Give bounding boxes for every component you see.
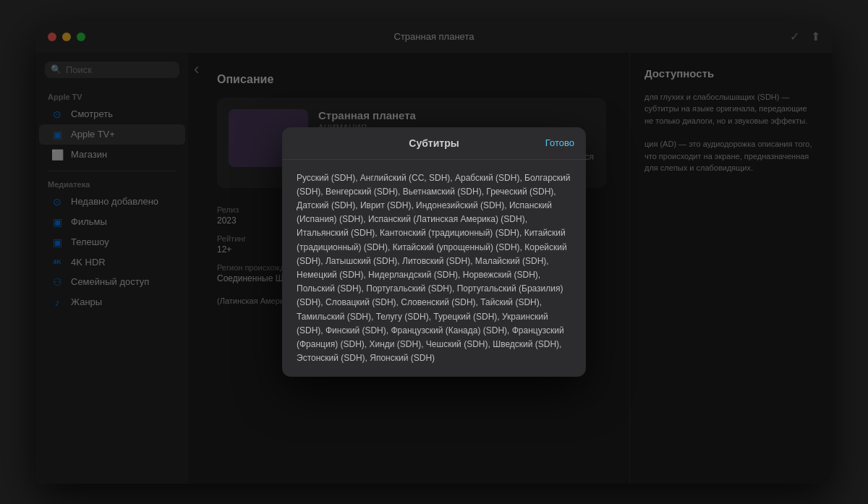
app-window: Странная планета ✓ ⬆ 🔍 Поиск Apple TV ⊙ … — [36, 21, 832, 484]
modal-done-button[interactable]: Готово — [545, 137, 574, 148]
modal-title: Субтитры — [409, 137, 459, 149]
modal-body: Русский (SDH), Английский (CC, SDH), Ара… — [282, 160, 586, 377]
modal-overlay: Субтитры Готово Русский (SDH), Английски… — [36, 21, 832, 484]
modal-header: Субтитры Готово — [282, 127, 586, 160]
subtitles-modal: Субтитры Готово Русский (SDH), Английски… — [282, 127, 586, 377]
modal-content: Русский (SDH), Английский (CC, SDH), Ара… — [297, 171, 571, 366]
